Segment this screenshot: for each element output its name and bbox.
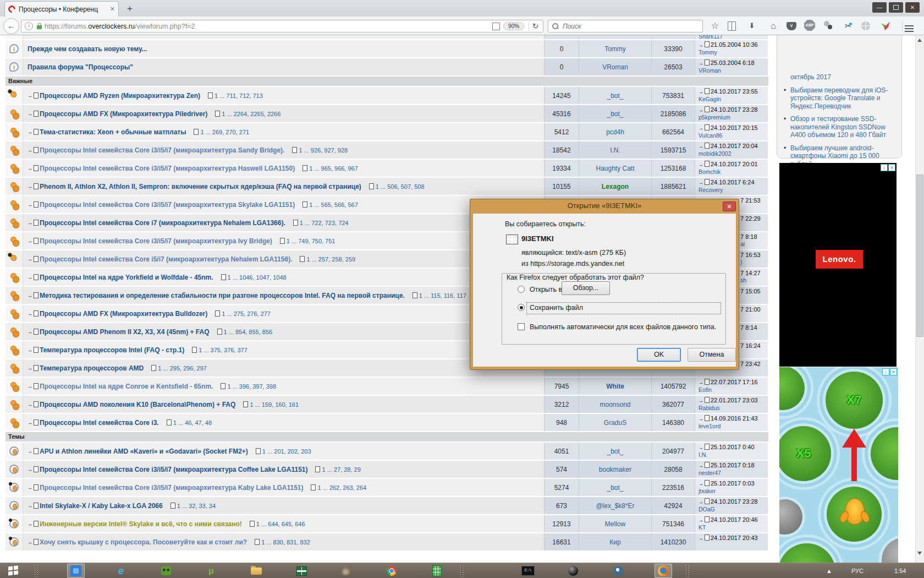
lastpost-author-link[interactable]: Bomchik <box>698 168 721 175</box>
topic-pagination[interactable]: 1 ... 830, 831, 832 <box>250 539 310 546</box>
goto-new-post-icon[interactable]: → <box>28 166 32 171</box>
lily-pad[interactable] <box>871 427 898 480</box>
goto-last-post-icon[interactable]: → <box>698 445 703 450</box>
topic-title-link[interactable]: Процессоры AMD FX (Микроархитектура Pile… <box>40 110 207 118</box>
goto-new-post-icon[interactable]: → <box>28 521 32 527</box>
goto-new-post-icon[interactable]: → <box>28 202 32 208</box>
goto-new-post-icon[interactable]: → <box>28 275 32 280</box>
extension-circles-icon[interactable] <box>823 20 835 32</box>
goto-new-post-icon[interactable]: → <box>28 111 32 117</box>
topic-author-link[interactable]: @lex_$k8*Er <box>596 502 634 510</box>
goto-new-post-icon[interactable]: → <box>28 129 32 135</box>
topic-title-link[interactable]: Процессоры Intel семейства Core i3/i5/i7… <box>40 146 284 154</box>
goto-new-post-icon[interactable]: → <box>28 467 32 472</box>
topic-pagination[interactable]: 1 ... 262, 263, 264 <box>306 484 366 491</box>
topic-author-link[interactable]: _bot_ <box>607 484 623 492</box>
goto-last-post-icon[interactable]: → <box>698 162 703 167</box>
topic-pagination[interactable]: 1 ... 32, 33, 34 <box>166 503 216 509</box>
goto-new-post-icon[interactable]: → <box>28 220 32 226</box>
lily-pad[interactable] <box>779 367 805 410</box>
topic-title-link[interactable]: Phenom II, Athlon X2, Athlon II, Sempron… <box>40 183 361 190</box>
goto-new-post-icon[interactable]: → <box>28 257 32 262</box>
topic-pagination[interactable]: 1 ... 115, 116, 117 <box>408 292 466 299</box>
start-button[interactable] <box>6 565 22 576</box>
goto-new-post-icon[interactable]: → <box>28 420 32 426</box>
news-item-link[interactable]: октябрь 2017 <box>784 73 896 81</box>
lastpost-author-link[interactable]: nester47 <box>698 470 721 476</box>
lily-pad[interactable]: X5 <box>779 426 831 481</box>
home-icon[interactable]: ⌂ <box>767 20 779 32</box>
topic-author-link[interactable]: White <box>606 383 624 390</box>
window-minimize-button[interactable]: — <box>872 2 887 13</box>
lastpost-author-link[interactable]: Vulcan86 <box>698 132 722 139</box>
lastpost-author-link[interactable]: DOaG <box>698 506 715 512</box>
blue-app-taskbar-button[interactable] <box>67 564 85 578</box>
topic-title-link[interactable]: Температура процессоров Intel (FAQ - стр… <box>40 346 184 354</box>
lastpost-author-link[interactable]: KeGagin <box>698 96 721 102</box>
topic-author-link[interactable]: I.N. <box>610 146 620 154</box>
topic-pagination[interactable]: 1 ... 375, 376, 377 <box>188 347 248 353</box>
lastpost-author-link[interactable]: leve1ord <box>698 423 721 429</box>
url-bar[interactable]: i https://forums.overclockers.ru/viewfor… <box>21 20 543 32</box>
lastpost-author-link[interactable]: ai <box>740 241 745 247</box>
back-button[interactable]: ← <box>3 18 19 34</box>
goto-new-post-icon[interactable]: → <box>28 347 32 353</box>
lastpost-author-link[interactable]: Recovery <box>698 187 723 193</box>
pocket-icon[interactable]: ∨ <box>787 20 799 32</box>
topic-author-link[interactable]: _bot_ <box>607 92 623 100</box>
goto-new-post-icon[interactable]: → <box>28 366 32 371</box>
topic-title-link[interactable]: Тема-статистика: Xeon + обычные матплаты <box>40 128 186 136</box>
topic-title-link[interactable]: Процессоры Intel семейства Core i7 (микр… <box>40 219 285 227</box>
goto-last-post-icon[interactable]: → <box>698 463 703 468</box>
open-with-radio[interactable] <box>518 286 525 293</box>
adblock-plus-icon[interactable]: ABP <box>804 20 816 32</box>
bookmarks-panel-icon[interactable] <box>727 20 739 32</box>
goto-last-post-icon[interactable]: → <box>698 42 703 48</box>
lastpost-author-link[interactable]: Tommy <box>698 49 717 56</box>
topic-pagination[interactable]: 1 ... 396, 397, 398 <box>216 383 276 390</box>
green-monster-taskbar-button[interactable] <box>157 564 175 578</box>
scrollbar-thumb[interactable] <box>916 175 923 337</box>
clock[interactable]: 1:54 <box>894 563 906 578</box>
dark-sphere-taskbar-button[interactable] <box>564 564 582 578</box>
topic-title-link[interactable]: Процессоры Intel семейства Core i3/i5/i7… <box>40 466 307 473</box>
topic-pagination[interactable]: 1 ... 295, 296, 297 <box>147 365 207 372</box>
lastpost-author-link[interactable]: VRoman <box>698 67 721 74</box>
lastpost-author-link[interactable]: ) <box>740 259 743 265</box>
frog-game-ad-banner[interactable]: 18+ i ✕ X7X5X1СЫГРАЙ С АЗАРТОМ! <box>779 367 898 563</box>
topic-author-link[interactable]: Кир <box>609 538 620 546</box>
topic-title-link[interactable]: Прежде чем создавать новую тему... <box>28 45 147 53</box>
topic-title-link[interactable]: Инженерные версии Intel® Skylake и всё, … <box>40 520 242 528</box>
lastpost-author-link[interactable]: p5kpremium <box>698 114 730 121</box>
topic-pagination[interactable]: 1 ... 1046, 1047, 1048 <box>217 274 287 281</box>
window-restore-button[interactable] <box>889 2 903 13</box>
explorer-folder-taskbar-button[interactable] <box>248 564 265 578</box>
language-indicator[interactable]: РУС <box>851 563 864 578</box>
tab-close-icon[interactable]: ✕ <box>110 6 115 13</box>
ad-close-icon[interactable]: ✕ <box>890 368 897 375</box>
lily-pad[interactable]: X7 <box>826 372 883 429</box>
topic-title-link[interactable]: Методика тестирования и определение стаб… <box>40 292 405 299</box>
new-tab-button[interactable]: + <box>123 3 136 14</box>
steam-taskbar-button[interactable] <box>609 564 627 578</box>
topic-author-link[interactable]: Haughty Catt <box>596 165 634 172</box>
taskbar-grip[interactable] <box>34 565 38 577</box>
goto-new-post-icon[interactable]: → <box>28 329 32 335</box>
topic-title-link[interactable]: Температура процессоров AMD <box>40 364 144 372</box>
topic-pagination[interactable]: 1 ... 269, 270, 271 <box>189 129 249 135</box>
goto-last-post-icon[interactable]: → <box>698 517 703 523</box>
topic-title-link[interactable]: Процессоры AMD Ryzen (Микроархитектура Z… <box>40 92 200 100</box>
internet-explorer-taskbar-button[interactable]: e <box>112 564 130 578</box>
auto-handle-label[interactable]: Выполнять автоматически для всех файлов … <box>530 323 716 331</box>
topic-author-link[interactable]: moonsond <box>600 401 630 408</box>
topic-title-link[interactable]: Процессоры Intel семейства Core i5/i7 (м… <box>40 255 292 263</box>
goto-last-post-icon[interactable]: → <box>698 416 703 422</box>
taskbar-grip[interactable] <box>460 565 464 577</box>
topic-pagination[interactable]: 1 ... 644, 645, 646 <box>245 521 305 527</box>
cancel-button[interactable]: Отмена <box>688 348 736 362</box>
goto-last-post-icon[interactable]: → <box>698 536 703 541</box>
hummingbird-extension-icon[interactable] <box>881 20 893 32</box>
topic-pagination[interactable]: 1 ... 2264, 2265, 2266 <box>211 111 280 117</box>
goto-new-post-icon[interactable]: → <box>28 539 32 545</box>
topic-author-link[interactable]: pcd4h <box>606 128 624 136</box>
